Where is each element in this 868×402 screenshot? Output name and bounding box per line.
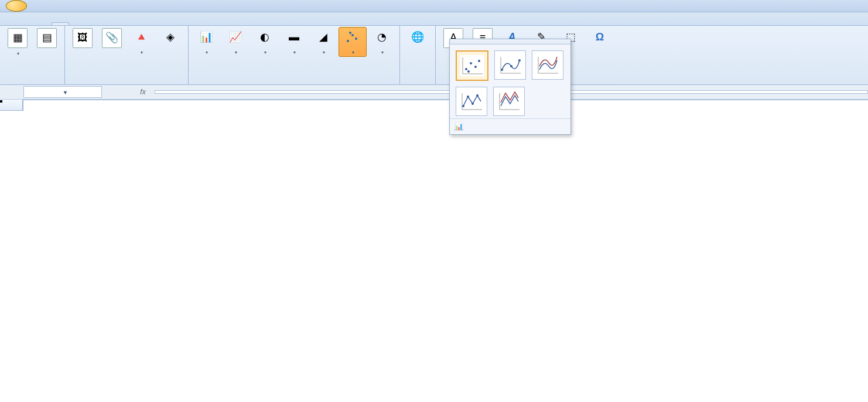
- group-illustrations: 🖼 📎 🔺 ◈: [65, 26, 189, 84]
- svg-point-0: [347, 40, 349, 42]
- table-icon: ▤: [37, 28, 57, 48]
- ribbon-tabs: [0, 12, 868, 25]
- pivot-table-icon: ▦: [8, 28, 28, 48]
- ribbon: ▦ ▤ 🖼 📎 🔺 ◈: [0, 25, 868, 85]
- picture-button[interactable]: 🖼: [69, 27, 97, 50]
- picture-icon: 🖼: [73, 28, 93, 48]
- group-links: 🌐: [400, 26, 436, 84]
- other-charts-button[interactable]: ◔: [368, 27, 396, 57]
- svg-point-24: [476, 94, 479, 97]
- bar-chart-button[interactable]: ▬: [280, 27, 308, 57]
- title-bar: [0, 0, 868, 12]
- other-charts-icon: ◔: [373, 28, 391, 47]
- table-button[interactable]: ▤: [33, 27, 61, 50]
- group-charts-label: [192, 83, 396, 84]
- office-button-icon[interactable]: [6, 0, 27, 12]
- bar-chart-icon: ▬: [285, 28, 303, 47]
- scatter-option-markers[interactable]: [456, 50, 488, 81]
- svg-point-7: [465, 68, 467, 70]
- pivot-table-button[interactable]: ▦: [4, 27, 32, 58]
- svg-point-14: [501, 69, 503, 71]
- scatter-dropdown-panel: 📊: [449, 39, 571, 135]
- smartart-button[interactable]: ◈: [156, 27, 184, 49]
- svg-point-9: [474, 66, 477, 68]
- pie-chart-icon: ◐: [255, 28, 274, 47]
- name-box[interactable]: ▾: [23, 86, 102, 98]
- svg-point-22: [467, 96, 469, 98]
- select-all-corner[interactable]: [0, 100, 23, 111]
- clip-button[interactable]: 📎: [98, 27, 126, 50]
- hyperlink-button[interactable]: 🌐: [404, 27, 432, 49]
- histogram-icon: 📊: [197, 28, 216, 47]
- area-chart-icon: ◢: [314, 28, 333, 47]
- group-links-label: [404, 83, 432, 84]
- area-chart-button[interactable]: ◢: [309, 27, 337, 57]
- svg-point-10: [478, 60, 480, 62]
- scatter-chart-icon: [343, 28, 362, 47]
- svg-rect-4: [460, 55, 484, 76]
- svg-point-16: [518, 59, 521, 62]
- svg-point-21: [462, 105, 464, 107]
- group-illustrations-label: [69, 83, 184, 84]
- symbol-icon: Ω: [590, 28, 609, 47]
- scatter-option-smooth-markers[interactable]: [494, 50, 526, 80]
- line-chart-button[interactable]: 📈: [221, 27, 250, 57]
- group-charts: 📊 📈 ◐ ▬ ◢: [189, 26, 400, 84]
- scatter-option-smooth[interactable]: [532, 50, 563, 80]
- scatter-option-lines-markers[interactable]: [456, 87, 487, 116]
- spreadsheet-grid[interactable]: [0, 100, 868, 100]
- svg-point-3: [349, 32, 351, 34]
- svg-point-23: [471, 103, 474, 105]
- scatter-panel-title: [450, 39, 570, 45]
- all-chart-types-link[interactable]: 📊: [450, 118, 570, 134]
- scatter-chart-button[interactable]: [339, 27, 367, 57]
- pie-chart-button[interactable]: ◐: [251, 27, 279, 57]
- group-tables-label: [4, 83, 61, 84]
- svg-point-11: [467, 70, 470, 73]
- clip-icon: 📎: [102, 28, 122, 48]
- all-chart-types-icon: 📊: [454, 122, 463, 131]
- svg-point-2: [355, 38, 357, 40]
- line-chart-icon: 📈: [226, 28, 245, 47]
- smartart-icon: ◈: [161, 28, 180, 47]
- svg-point-1: [351, 34, 354, 36]
- svg-point-8: [470, 62, 472, 64]
- histogram-button[interactable]: 📊: [192, 27, 220, 57]
- shapes-icon: 🔺: [132, 28, 151, 47]
- symbol-button[interactable]: Ω: [586, 27, 614, 49]
- formula-bar: ▾ fx: [0, 85, 868, 100]
- scatter-option-lines[interactable]: [493, 87, 525, 116]
- hyperlink-icon: 🌐: [408, 28, 427, 47]
- svg-point-15: [510, 65, 512, 67]
- shapes-button[interactable]: 🔺: [127, 27, 155, 57]
- group-tables: ▦ ▤: [0, 26, 65, 84]
- fx-icon[interactable]: fx: [137, 88, 149, 96]
